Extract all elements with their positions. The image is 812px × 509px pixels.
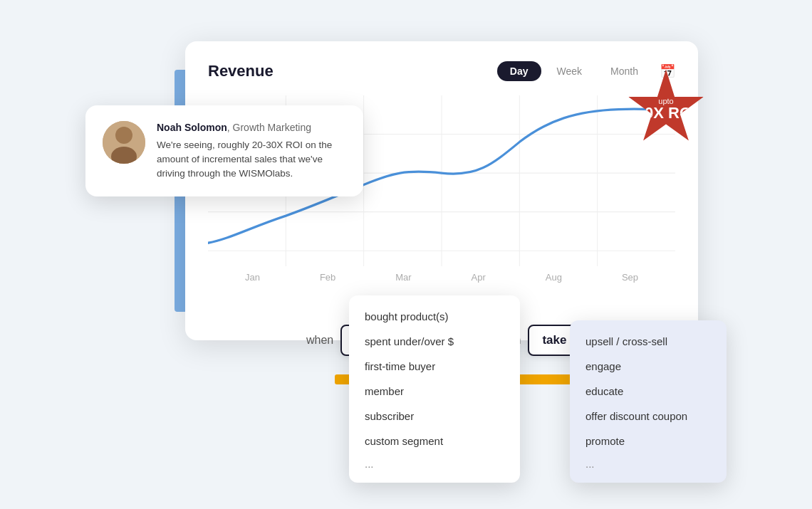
- tab-month[interactable]: Month: [598, 61, 651, 81]
- label-feb: Feb: [320, 272, 335, 283]
- label-apr: Apr: [472, 272, 486, 283]
- testimonial-attribution: Noah Solomon, Growth Marketing: [157, 121, 346, 134]
- main-container: Revenue Day Week Month 📅: [85, 27, 727, 483]
- menu-item-custom[interactable]: custom segment: [349, 429, 520, 453]
- testimonial-text: We're seeing, roughly 20-30X ROI on the …: [157, 138, 346, 182]
- label-jan: Jan: [245, 272, 260, 283]
- revenue-header: Revenue Day Week Month 📅: [208, 61, 675, 81]
- label-mar: Mar: [395, 272, 411, 283]
- menu-item-ellipsis-right: ...: [570, 453, 727, 474]
- testimonial-name: Noah Solomon: [157, 122, 227, 133]
- testimonial-card: Noah Solomon, Growth Marketing We're see…: [85, 105, 363, 197]
- menu-item-first-time[interactable]: first-time buyer: [349, 354, 520, 379]
- menu-item-discount[interactable]: offer discount coupon: [570, 404, 727, 429]
- menu-item-engage[interactable]: engage: [570, 354, 727, 379]
- menu-item-promote[interactable]: promote: [570, 429, 727, 453]
- menu-item-member[interactable]: member: [349, 379, 520, 404]
- menu-item-educate[interactable]: educate: [570, 379, 727, 404]
- avatar-image: [103, 121, 145, 164]
- tab-week[interactable]: Week: [544, 61, 595, 81]
- segment-dropdown-menu: bought product(s) spent under/over $ fir…: [349, 295, 520, 483]
- tab-day[interactable]: Day: [497, 61, 541, 81]
- menu-item-upsell[interactable]: upsell / cross-sell: [570, 329, 727, 354]
- testimonial-content: Noah Solomon, Growth Marketing We're see…: [157, 121, 346, 182]
- menu-item-bought[interactable]: bought product(s): [349, 304, 520, 329]
- label-sep: Sep: [622, 272, 638, 283]
- menu-item-ellipsis-left: ...: [349, 453, 520, 474]
- menu-item-subscriber[interactable]: subscriber: [349, 404, 520, 429]
- action-dropdown-menu: upsell / cross-sell engage educate offer…: [570, 320, 727, 483]
- label-aug: Aug: [546, 272, 562, 283]
- menu-item-spent[interactable]: spent under/over $: [349, 329, 520, 354]
- chart-labels: Jan Feb Mar Apr Aug Sep: [208, 272, 675, 283]
- revenue-title: Revenue: [208, 62, 274, 80]
- time-tabs: Day Week Month 📅: [497, 61, 675, 81]
- testimonial-role: , Growth Marketing: [227, 122, 311, 133]
- svg-point-10: [115, 127, 132, 144]
- when-label: when: [306, 334, 333, 347]
- avatar: [103, 121, 145, 164]
